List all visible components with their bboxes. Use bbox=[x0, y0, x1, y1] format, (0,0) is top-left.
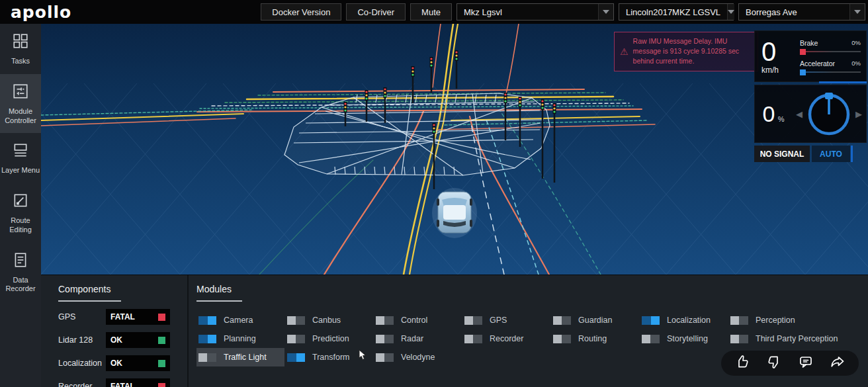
tasks-icon bbox=[12, 32, 29, 52]
module-label: Control bbox=[401, 316, 427, 325]
module-column: LocalizationStorytelling bbox=[640, 311, 728, 366]
sidebar-item-layer-menu[interactable]: Layer Menu bbox=[0, 133, 41, 183]
map-select[interactable]: Borregas Ave bbox=[738, 3, 865, 21]
share-icon[interactable] bbox=[830, 354, 846, 372]
components-panel: Components GPSFATALLidar 128OKLocalizati… bbox=[41, 275, 189, 387]
scene-3d-view[interactable]: ⚠ Raw IMU Message Delay. IMU message is … bbox=[41, 24, 868, 275]
module-column: ControlRadarVelodyne bbox=[374, 311, 462, 366]
toggle-switch[interactable] bbox=[376, 353, 394, 362]
toggle-knob bbox=[287, 335, 296, 343]
sidebar-item-module-controller[interactable]: Module Controller bbox=[0, 74, 41, 134]
toggle-switch[interactable] bbox=[376, 316, 394, 325]
module-toggle-traffic-light[interactable]: Traffic Light bbox=[196, 348, 284, 366]
module-label: Camera bbox=[224, 316, 253, 325]
steering-wheel bbox=[805, 90, 853, 138]
toggle-switch[interactable] bbox=[642, 335, 660, 343]
toggle-knob bbox=[198, 353, 207, 362]
thumbs-up-icon[interactable] bbox=[734, 354, 750, 372]
module-toggle-perception[interactable]: Perception bbox=[728, 311, 861, 329]
vehicle-select[interactable]: Lincoln2017MKZ LGSVL bbox=[619, 3, 734, 21]
toggle-switch[interactable] bbox=[642, 316, 660, 325]
toggle-knob bbox=[553, 316, 562, 325]
toggle-switch[interactable] bbox=[287, 316, 305, 325]
toggle-switch[interactable] bbox=[287, 335, 305, 343]
module-toggle-control[interactable]: Control bbox=[374, 311, 462, 329]
brake-label: Brake bbox=[800, 39, 818, 47]
module-label: Canbus bbox=[312, 316, 341, 325]
toggle-switch[interactable] bbox=[198, 353, 216, 362]
module-toggle-radar[interactable]: Radar bbox=[374, 329, 462, 348]
toggle-switch[interactable] bbox=[730, 316, 748, 325]
module-toggle-storytelling[interactable]: Storytelling bbox=[640, 329, 728, 348]
module-label: Third Party Perception bbox=[756, 334, 838, 343]
toggle-switch[interactable] bbox=[553, 335, 571, 343]
component-row: LocalizationOK bbox=[58, 355, 187, 371]
sidebar-item-tasks[interactable]: Tasks bbox=[0, 24, 41, 74]
module-label: Storytelling bbox=[667, 334, 708, 343]
module-toggle-localization[interactable]: Localization bbox=[640, 311, 728, 329]
module-column: CameraPlanningTraffic Light bbox=[196, 311, 285, 366]
steering-panel: 0 % ◀ ▶ bbox=[754, 85, 867, 143]
header-button-docker-version[interactable]: Docker Version bbox=[261, 3, 341, 21]
select-value: Mkz Lgsvl bbox=[457, 7, 598, 17]
module-toggle-camera[interactable]: Camera bbox=[196, 311, 285, 329]
component-row: Lidar 128OK bbox=[58, 332, 187, 348]
modules-title: Modules bbox=[196, 284, 242, 302]
toggle-switch[interactable] bbox=[464, 316, 482, 325]
module-label: Radar bbox=[401, 334, 423, 343]
module-toggle-guardian[interactable]: Guardian bbox=[551, 311, 640, 329]
toggle-switch[interactable] bbox=[376, 335, 394, 343]
toggle-switch[interactable] bbox=[198, 316, 216, 325]
component-label: Recorder bbox=[58, 382, 106, 387]
component-label: GPS bbox=[58, 312, 106, 322]
module-toggle-planning[interactable]: Planning bbox=[196, 329, 285, 348]
toggle-knob bbox=[287, 316, 296, 325]
module-toggle-canbus[interactable]: Canbus bbox=[285, 311, 374, 329]
module-label: Prediction bbox=[312, 334, 349, 343]
header-button-mute[interactable]: Mute bbox=[410, 3, 452, 21]
toggle-switch[interactable] bbox=[730, 335, 748, 343]
module-toggle-velodyne[interactable]: Velodyne bbox=[374, 348, 462, 366]
header-controls: Docker VersionCo-DriverMute Mkz LgsvlLin… bbox=[261, 3, 865, 21]
signal-status-badge: NO SIGNAL bbox=[754, 146, 810, 162]
toggle-knob bbox=[642, 335, 650, 343]
sidebar-item-data-recorder[interactable]: Data Recorder bbox=[0, 243, 41, 302]
accelerator-percent: 0% bbox=[851, 60, 861, 67]
sidebar-item-label: Module Controller bbox=[1, 107, 40, 126]
component-status-box: FATAL bbox=[106, 378, 170, 387]
toggle-switch[interactable] bbox=[287, 353, 305, 362]
sidebar-item-label: Layer Menu bbox=[1, 166, 40, 175]
toggle-knob bbox=[376, 353, 384, 362]
turn-signal-left-icon: ◀ bbox=[796, 109, 803, 119]
dreamview-app: { "header": { "logo": "apollo", "buttons… bbox=[0, 0, 868, 387]
module-label: GPS bbox=[490, 316, 507, 325]
toggle-knob bbox=[730, 316, 739, 325]
apollo-logo: apollo bbox=[11, 3, 71, 22]
module-toggle-recorder[interactable]: Recorder bbox=[462, 329, 551, 348]
chevron-down-icon bbox=[598, 4, 613, 20]
thumbs-down-icon[interactable] bbox=[766, 354, 782, 372]
setup-mode-select[interactable]: Mkz Lgsvl bbox=[456, 3, 614, 21]
accent-bar bbox=[851, 146, 853, 162]
module-toggle-prediction[interactable]: Prediction bbox=[285, 329, 374, 348]
accelerator-label: Accelerator bbox=[800, 60, 835, 67]
sidebar-item-route-editing[interactable]: Route Editing bbox=[0, 183, 41, 243]
toggle-switch[interactable] bbox=[464, 335, 482, 343]
select-value: Borregas Ave bbox=[739, 7, 849, 17]
header-button-co-driver[interactable]: Co-Driver bbox=[346, 3, 406, 21]
steering-unit: % bbox=[778, 115, 785, 123]
toggle-knob bbox=[553, 335, 562, 343]
component-status: FATAL bbox=[110, 312, 158, 322]
component-row: RecorderFATAL bbox=[58, 378, 187, 387]
module-toggle-routing[interactable]: Routing bbox=[551, 329, 640, 348]
status-indicator bbox=[158, 360, 165, 367]
toggle-switch[interactable] bbox=[553, 316, 571, 325]
layer-menu-icon bbox=[12, 142, 29, 161]
module-toggle-third-party-perception[interactable]: Third Party Perception bbox=[728, 329, 861, 348]
comment-icon[interactable] bbox=[798, 354, 814, 372]
component-row: GPSFATAL bbox=[58, 309, 187, 325]
speed-unit: km/h bbox=[761, 65, 796, 75]
toggle-switch[interactable] bbox=[198, 335, 216, 343]
module-toggle-gps[interactable]: GPS bbox=[462, 311, 551, 329]
module-column: GPSRecorder bbox=[462, 311, 551, 366]
